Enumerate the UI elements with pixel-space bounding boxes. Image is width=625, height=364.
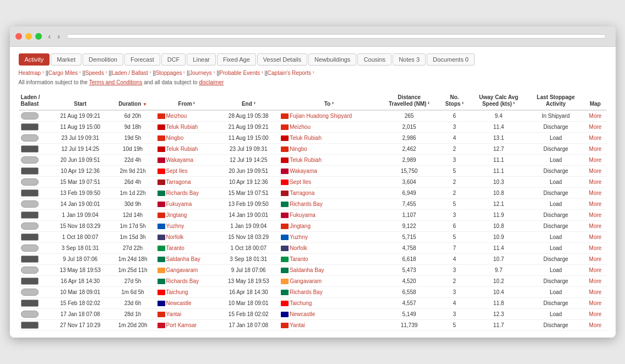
sub-tab-1[interactable]: Cargo Miles ᶦ	[48, 70, 84, 76]
from-link[interactable]: Port Kamsar	[166, 322, 197, 328]
cell-map[interactable]: More	[584, 122, 606, 133]
cell-map[interactable]: More	[584, 155, 606, 166]
to-link[interactable]: Wakayama	[290, 168, 317, 174]
cell-map[interactable]: More	[584, 276, 606, 287]
sub-tab-7[interactable]: Captain's Reports ᶦ	[268, 70, 314, 76]
more-link[interactable]: More	[589, 113, 602, 119]
to-link[interactable]: Ningbo	[290, 146, 307, 152]
from-link[interactable]: Richards Bay	[166, 190, 199, 196]
tab-documents-0[interactable]: Documents 0	[427, 53, 475, 66]
from-link[interactable]: Gangavaram	[166, 267, 198, 273]
sub-tab-5[interactable]: Journeys ᶦ	[189, 70, 218, 76]
sub-tab-6[interactable]: Probable Events ᶦ	[220, 70, 267, 76]
cell-map[interactable]: More	[584, 166, 606, 177]
more-link[interactable]: More	[589, 289, 602, 295]
cell-map[interactable]: More	[584, 110, 606, 122]
from-link[interactable]: Jingtang	[166, 212, 187, 218]
cell-map[interactable]: More	[584, 254, 606, 265]
cell-map[interactable]: More	[584, 144, 606, 155]
tab-dcf[interactable]: DCF	[161, 53, 186, 66]
from-link[interactable]: Teluk Rubiah	[166, 124, 198, 130]
cell-map[interactable]: More	[584, 287, 606, 298]
from-link[interactable]: Wakayama	[166, 157, 194, 163]
to-link[interactable]: Tarragona	[290, 190, 314, 196]
tab-activity[interactable]: Activity	[19, 53, 50, 66]
more-link[interactable]: More	[589, 256, 602, 262]
more-link[interactable]: More	[589, 124, 602, 130]
to-link[interactable]: Teluk Rubiah	[290, 135, 322, 141]
to-link[interactable]: Newcastle	[290, 311, 315, 317]
more-link[interactable]: More	[589, 223, 602, 229]
from-link[interactable]: Norfolk	[166, 234, 184, 240]
more-link[interactable]: More	[589, 322, 602, 328]
col-distance[interactable]: DistanceTravelled (NM) ᶦ	[379, 92, 439, 110]
from-link[interactable]: Richards Bay	[166, 278, 199, 284]
cell-map[interactable]: More	[584, 210, 606, 221]
col-end[interactable]: End ᶦ	[218, 92, 279, 110]
tab-market[interactable]: Market	[51, 53, 81, 66]
from-link[interactable]: Yantai	[166, 311, 182, 317]
address-bar[interactable]	[67, 34, 606, 39]
col-last-stoppage[interactable]: Last StoppageActivity	[528, 92, 584, 110]
tab-notes-3[interactable]: Notes 3	[393, 53, 426, 66]
from-link[interactable]: Meizhou	[166, 113, 187, 119]
close-button[interactable]	[15, 33, 22, 40]
from-link[interactable]: Saldanha Bay	[166, 256, 200, 262]
to-link[interactable]: Saldanha Bay	[290, 267, 324, 273]
cell-map[interactable]: More	[584, 298, 606, 309]
forward-button[interactable]: ›	[55, 31, 62, 42]
col-duration[interactable]: Duration ▼	[111, 92, 155, 110]
from-link[interactable]: Taranto	[166, 245, 184, 251]
more-link[interactable]: More	[589, 146, 602, 152]
col-laden-ballast[interactable]: Laden /Ballast	[19, 92, 50, 110]
to-link[interactable]: Fukuyama	[290, 212, 316, 218]
cell-map[interactable]: More	[584, 133, 606, 144]
from-link[interactable]: Yuzhny	[166, 223, 184, 229]
col-from[interactable]: From ᶦ	[155, 92, 219, 110]
cell-map[interactable]: More	[584, 265, 606, 276]
from-link[interactable]: Newcastle	[166, 300, 192, 306]
col-stops[interactable]: No.Stops ᶦ	[439, 92, 470, 110]
to-link[interactable]: Taranto	[290, 256, 308, 262]
to-link[interactable]: Richards Bay	[290, 201, 322, 207]
sub-tab-3[interactable]: Laden / Ballast ᶦ	[112, 70, 154, 76]
more-link[interactable]: More	[589, 201, 602, 207]
from-link[interactable]: Taichung	[166, 289, 188, 295]
more-link[interactable]: More	[589, 311, 602, 317]
tab-linear[interactable]: Linear	[187, 53, 216, 66]
to-link[interactable]: Teluk Rubiah	[290, 157, 322, 163]
more-link[interactable]: More	[589, 168, 602, 174]
to-link[interactable]: Fujian Huadong Shipyard	[290, 113, 352, 119]
more-link[interactable]: More	[589, 190, 602, 196]
to-link[interactable]: Sept Iles	[290, 179, 311, 185]
more-link[interactable]: More	[589, 157, 602, 163]
from-link[interactable]: Tarragona	[166, 179, 191, 185]
from-link[interactable]: Teluk Rubiah	[166, 146, 198, 152]
minimize-button[interactable]	[25, 33, 32, 40]
to-link[interactable]: Meizhou	[290, 124, 311, 130]
cell-map[interactable]: More	[584, 243, 606, 254]
to-link[interactable]: Norfolk	[290, 245, 307, 251]
more-link[interactable]: More	[589, 212, 602, 218]
to-link[interactable]: Gangavaram	[290, 278, 322, 284]
to-link[interactable]: Jingtang	[290, 223, 311, 229]
cell-map[interactable]: More	[584, 309, 606, 320]
cell-map[interactable]: More	[584, 232, 606, 243]
to-link[interactable]: Taichung	[290, 300, 312, 306]
col-map[interactable]: Map	[584, 92, 606, 110]
sub-tab-2[interactable]: Speeds ᶦ	[85, 70, 110, 76]
col-speed[interactable]: Uway Calc AvgSpeed (kts) ᶦ	[470, 92, 528, 110]
more-link[interactable]: More	[589, 135, 602, 141]
from-link[interactable]: Ningbo	[166, 135, 184, 141]
more-link[interactable]: More	[589, 278, 602, 284]
maximize-button[interactable]	[35, 33, 42, 40]
sub-tab-0[interactable]: Heatmap ᶦ	[19, 70, 47, 76]
from-link[interactable]: Fukuyama	[166, 201, 192, 207]
more-link[interactable]: More	[589, 300, 602, 306]
more-link[interactable]: More	[589, 245, 602, 251]
from-link[interactable]: Sept Iles	[166, 168, 188, 174]
tab-demolition[interactable]: Demolition	[83, 53, 123, 66]
tab-vessel-details[interactable]: Vessel Details	[257, 53, 307, 66]
col-to[interactable]: To ᶦ	[279, 92, 379, 110]
cell-map[interactable]: More	[584, 188, 606, 199]
